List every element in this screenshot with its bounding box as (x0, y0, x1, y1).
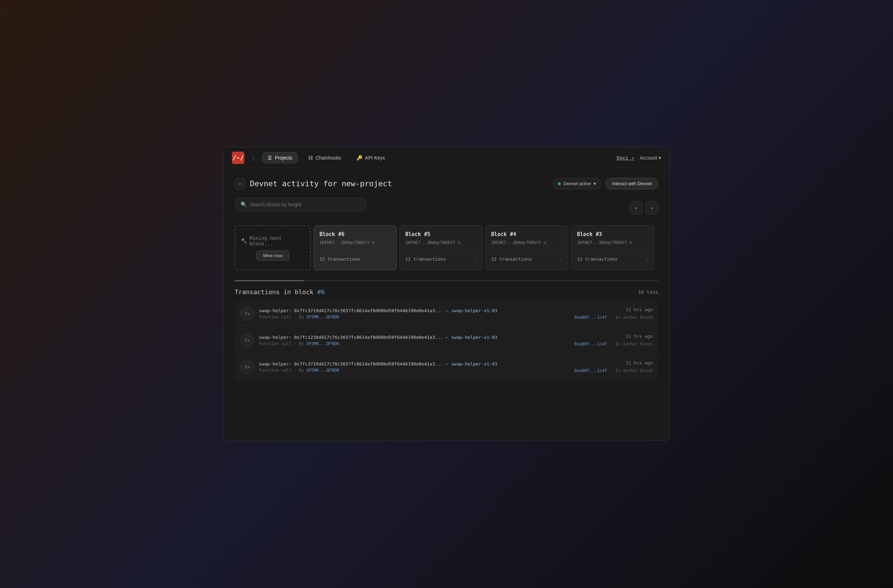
chevron-right-icon: › (560, 256, 562, 262)
block-hash: 1KFHE7...Db6qcT6DbYY (577, 240, 627, 245)
back-button[interactable]: ← (235, 178, 246, 189)
block-card-4[interactable]: Block #4 1KFHE7...Db6qcT6DbYY ⧉ 12 trans… (485, 225, 568, 270)
list-icon: ☰ (268, 155, 272, 161)
txn-arrow: ← (446, 308, 449, 313)
block-hash-row: 1KFHE7...Db6qcT6DbYY ⧉ (319, 240, 391, 245)
txn-right: 11 hrs ago 0xa00f...1c4f · In anchor blo… (574, 334, 653, 347)
function-call-icon: f× (240, 360, 254, 374)
page-header: ← Devnet activity for new-project Devnet… (235, 178, 658, 189)
txn-anchor-label: In anchor block (615, 368, 653, 373)
chevron-right-icon: › (388, 256, 391, 262)
txn-contract: swap-helper-v1-03 (451, 308, 498, 313)
txn-hash[interactable]: 0xa00f...1c4f (574, 341, 607, 346)
transactions-header: Transactions in block #6 10 txns (235, 288, 658, 296)
txn-contract: swap-helper-v1-03 (451, 335, 498, 340)
txn-function: swap-helper: 0x7fc1239d417c76c3657fc8614… (259, 335, 443, 340)
transactions-title: Transactions in block #6 (235, 288, 325, 296)
block-navigation: ‹ › (629, 202, 658, 215)
transaction-row[interactable]: f× swap-helper: 0x7fc3719d417c76c3657fc8… (235, 354, 658, 380)
txn-count: 12 transactions (405, 256, 446, 262)
nav-api-keys[interactable]: 🔑 API Keys (352, 153, 390, 163)
txn-anchor: · (610, 341, 615, 346)
transaction-row[interactable]: f× swap-helper: 0x7fc1239d417c76c3657fc8… (235, 328, 658, 353)
title-row: ← Devnet activity for new-project (235, 178, 392, 189)
mine-card-label: Mining next block... (250, 235, 305, 247)
chevron-right-icon: › (474, 256, 477, 262)
transaction-body: swap-helper: 0x7fc1239d417c76c3657fc8614… (259, 335, 570, 346)
search-input[interactable] (250, 202, 360, 207)
scrollbar-thumb (235, 280, 304, 281)
block-card-header: Block #6 (319, 231, 391, 238)
txn-time: 11 hrs ago (574, 334, 653, 339)
txn-anchor-label: In anchor block (615, 341, 653, 346)
transaction-body: swap-helper: 0x7fc3719d417c76c3657fc8614… (259, 361, 570, 373)
copy-icon[interactable]: ⧉ (372, 240, 375, 245)
block-hash-row: 1KFHE7...Db6qcT6DbYY ⧉ (491, 240, 562, 245)
nav-chainhooks[interactable]: ⛓ Chainhooks (303, 153, 346, 163)
txn-time: 11 hrs ago (574, 307, 653, 312)
chain-icon: ⛓ (308, 155, 313, 161)
scrollbar-track (235, 280, 658, 281)
txn-meta: Function call · By SP3MK...QF9DN (259, 314, 570, 319)
copy-icon[interactable]: ⧉ (458, 240, 461, 245)
txn-function: swap-helper: 0x7fc3719d417c76c3657fc8614… (259, 361, 443, 367)
txn-right: 11 hrs ago 0xa00f...1c4f · In anchor blo… (574, 307, 653, 320)
txn-function: swap-helper: 0x7fc3719d417c76c3657fc8614… (259, 308, 443, 313)
chevron-down-icon: ▾ (658, 155, 661, 161)
devnet-status-label: Devnet active (564, 181, 591, 186)
nav-divider: | (251, 154, 256, 162)
docs-link[interactable]: Docs ↗ (617, 155, 634, 161)
chevron-right-icon: › (645, 256, 648, 262)
txn-right: 11 hrs ago 0xa00f...1c4f · In anchor blo… (574, 360, 653, 373)
devnet-status-button[interactable]: Devnet active ▾ (553, 178, 601, 189)
block-card-6[interactable]: Block #6 1KFHE7...Db6qcT6DbYY ⧉ 12 trans… (314, 225, 397, 270)
block-card-header: Block #3 (577, 231, 648, 238)
search-bar: 🔍 (235, 198, 366, 212)
mine-card-top: 🔨 Mining next block... (241, 235, 305, 247)
account-button[interactable]: Account ▾ (640, 155, 661, 161)
nav-projects[interactable]: ☰ Projects (262, 152, 298, 163)
txn-hash[interactable]: 0xa00f...1c4f (574, 368, 607, 373)
block-ref: #6 (317, 288, 325, 296)
txn-main-row: swap-helper: 0x7fc1239d417c76c3657fc8614… (259, 335, 570, 340)
key-icon: 🔑 (356, 155, 362, 161)
txn-sender[interactable]: SP3MK...QF9DN (306, 341, 339, 346)
block-number: Block #5 (405, 231, 430, 238)
logo: /-/ (232, 152, 244, 164)
block-txns-row: 12 transactions › (491, 252, 562, 262)
transactions-count: 10 txns (638, 289, 658, 295)
nav-right: Docs ↗ Account ▾ (617, 155, 661, 161)
prev-block-button[interactable]: ‹ (629, 202, 642, 215)
txn-sender[interactable]: SP3MK...QF9DN (306, 368, 339, 373)
txn-arrow: ← (446, 335, 449, 340)
block-txns-row: 12 transactions › (405, 252, 477, 262)
header-actions: Devnet active ▾ Interact with Devnet (553, 178, 658, 189)
block-number: Block #3 (577, 231, 602, 238)
page-title: Devnet activity for new-project (250, 179, 392, 188)
interact-devnet-button[interactable]: Interact with Devnet (605, 178, 658, 189)
txn-main-row: swap-helper: 0x7fc3719d417c76c3657fc8614… (259, 361, 570, 367)
txn-contract: swap-helper-v1-03 (451, 361, 498, 367)
txn-anchor: · (610, 368, 615, 373)
blocks-row: 🔨 Mining next block... Mine now Block #6… (235, 225, 658, 273)
txn-time: 11 hrs ago (574, 360, 653, 365)
block-card-5[interactable]: Block #5 1KFHE7...Db6qcT6DbYY ⧉ 12 trans… (400, 225, 483, 270)
block-card-3[interactable]: Block #3 1KFHE7...Db6qcT6DbYY ⧉ 12 trans… (571, 225, 654, 270)
copy-icon[interactable]: ⧉ (543, 240, 547, 245)
txn-sender[interactable]: SP3MK...QF9DN (306, 314, 339, 319)
block-number: Block #4 (491, 231, 516, 238)
function-call-icon: f× (240, 307, 254, 320)
txn-count: 12 transactions (491, 256, 532, 262)
status-dot (558, 182, 561, 185)
copy-icon[interactable]: ⧉ (629, 240, 632, 245)
block-hash-row: 1KFHE7...Db6qcT6DbYY ⧉ (577, 240, 648, 245)
block-hash: 1KFHE7...Db6qcT6DbYY (405, 240, 456, 245)
next-block-button[interactable]: › (645, 202, 658, 215)
hammer-icon: 🔨 (241, 238, 247, 244)
txn-hash[interactable]: 0xa00f...1c4f (574, 315, 607, 320)
block-number: Block #6 (319, 231, 344, 238)
mine-now-button[interactable]: Mine now (257, 251, 289, 260)
txn-arrow: ← (446, 361, 449, 367)
transaction-row[interactable]: f× swap-helper: 0x7fc3719d417c76c3657fc8… (235, 301, 658, 326)
txn-count: 12 transactions (319, 256, 360, 262)
